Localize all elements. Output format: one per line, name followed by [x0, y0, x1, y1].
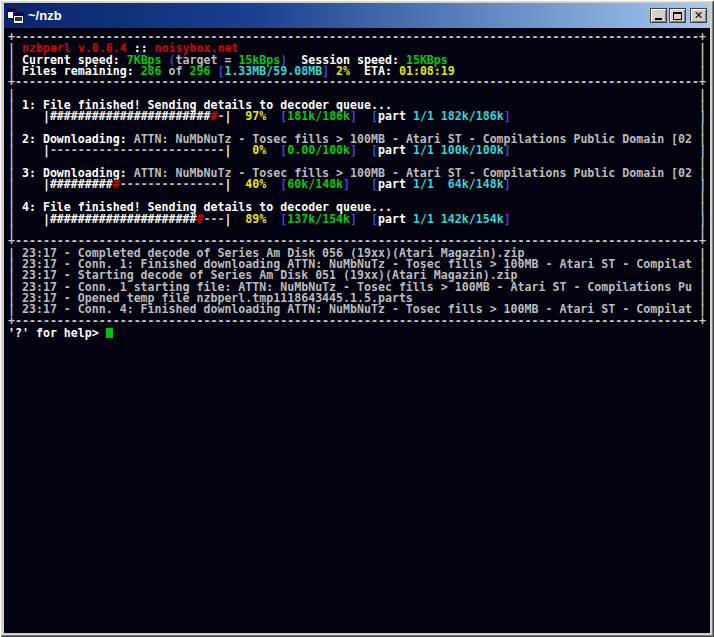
close-icon: ✕ — [694, 9, 703, 22]
downloads-box: +---------------------------------------… — [8, 77, 710, 236]
window-controls: ✕ — [650, 8, 707, 23]
minimize-icon — [655, 18, 662, 20]
prompt-line: '?' for help> — [8, 327, 710, 338]
prompt-area: '?' for help> — [8, 327, 710, 338]
app-icon-front-window — [13, 12, 24, 24]
terminal-app-icon[interactable] — [7, 8, 24, 24]
maximize-icon — [673, 12, 682, 20]
header-box: +---------------------------------------… — [8, 32, 710, 77]
log-box-bottom-border: +---------------------------------------… — [8, 316, 710, 327]
terminal-screen[interactable]: +---------------------------------------… — [4, 28, 710, 633]
log-box: +---------------------------------------… — [8, 236, 710, 327]
close-button[interactable]: ✕ — [690, 8, 707, 23]
window-title: ~/nzb — [28, 8, 646, 23]
block-cursor — [106, 328, 113, 338]
maximize-button[interactable] — [669, 8, 686, 23]
minimize-button[interactable] — [650, 8, 667, 23]
title-bar[interactable]: ~/nzb ✕ — [4, 3, 710, 28]
terminal-window: ~/nzb ✕ +-------------------------------… — [0, 0, 714, 637]
